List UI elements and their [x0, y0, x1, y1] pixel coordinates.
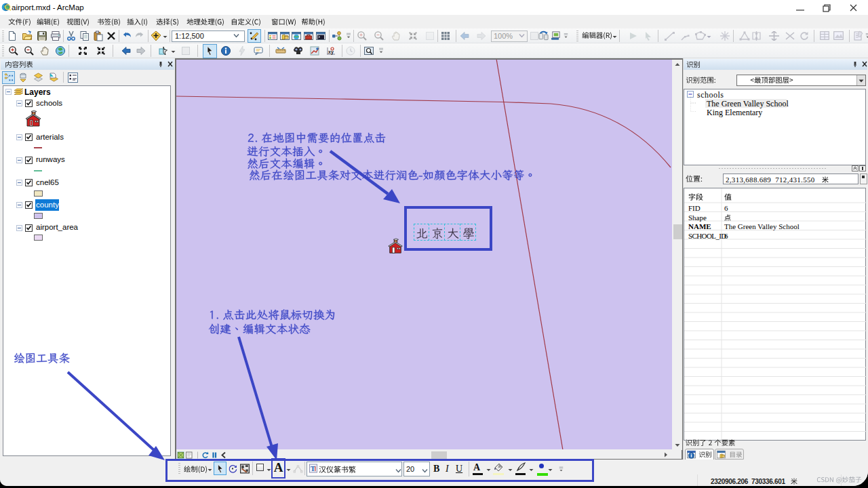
svg-text:xy: xy [328, 49, 334, 55]
